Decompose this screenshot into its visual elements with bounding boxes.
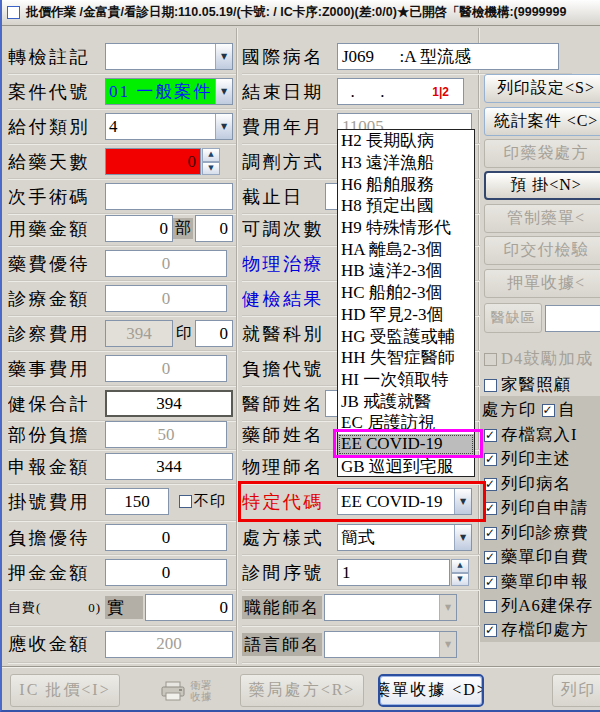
checkbox-icon[interactable]	[484, 379, 497, 392]
option-row[interactable]: ✓ 藥單印自費	[484, 546, 589, 568]
health-receipt-button: 衛署 收據	[138, 674, 234, 707]
dropdown-option[interactable]: H2 長期臥病	[338, 130, 474, 152]
rx-style-select[interactable]: 簡式 ▼	[337, 524, 472, 551]
chevron-down-icon[interactable]: ▼	[215, 44, 232, 69]
option-row[interactable]: ✓ 列印自申請	[484, 497, 589, 519]
copay-discount-input[interactable]: 0	[105, 524, 227, 551]
option-row[interactable]: ✓ 列印病名	[484, 473, 571, 495]
nhi-total-input[interactable]: 394	[105, 390, 233, 417]
checkbox-icon[interactable]: ✓	[484, 624, 497, 637]
icd-name-input[interactable]: J069 :A 型流感	[337, 43, 559, 70]
st-name-select[interactable]: ▼	[324, 631, 457, 658]
dropdown-option[interactable]: H8 預定出國	[338, 195, 474, 217]
row-transfer-note: 轉檢註記 ▼	[8, 40, 236, 74]
med-amount-copay-input[interactable]: 0	[195, 215, 233, 242]
dropdown-option[interactable]: HC 船舶2-3個	[338, 282, 474, 304]
case-code-select[interactable]: 01 一般案件 ▼	[105, 78, 233, 105]
dropdown-option[interactable]: HH 失智症醫師	[338, 347, 474, 369]
claim-amount-input[interactable]: 344	[105, 453, 233, 480]
health-receipt-line1: 衛署	[191, 680, 212, 691]
pharmacy-fee-input[interactable]: 0	[105, 355, 227, 382]
field-label: 職能師名	[242, 596, 322, 619]
registration-fee-input[interactable]: 150	[105, 488, 169, 515]
dropdown-option[interactable]: H3 遠洋漁船	[338, 152, 474, 174]
med-shortage-input[interactable]	[545, 305, 600, 332]
payment-type-select[interactable]: 4 ▼	[105, 113, 233, 140]
deposit-amount-input[interactable]: 0	[105, 559, 227, 586]
med-discount-input[interactable]: 0	[105, 250, 227, 277]
receivable-input[interactable]: 200	[105, 631, 233, 658]
dropdown-option[interactable]: HI 一次領取特	[338, 369, 474, 391]
row-claim-amount: 申報金額 344	[8, 450, 236, 484]
option-row[interactable]: ✓ 存檔印處方	[484, 619, 589, 641]
option-row[interactable]: ✓ 藥單印申報	[484, 571, 589, 593]
checkbox-icon[interactable]: ✓	[484, 576, 497, 589]
field-label: 轉檢註記	[8, 45, 105, 69]
chevron-down-icon[interactable]: ▼	[454, 525, 471, 550]
row-pharmacy-fee: 藥事費用 0	[8, 352, 236, 386]
row-rx-style: 處方樣式 簡式 ▼	[242, 521, 480, 555]
row-treatment-amount: 診療金額 0	[8, 282, 236, 316]
copay-sub-label: 部	[173, 218, 193, 239]
dropdown-option[interactable]: HD 罕見2-3個	[338, 304, 474, 326]
option-row[interactable]: 列A6建保存	[484, 595, 593, 617]
dropdown-option[interactable]: GB 巡迴到宅服	[338, 455, 474, 477]
field-label: 給付類別	[8, 115, 105, 139]
statistics-case-button[interactable]: 統計案件 <C>	[484, 107, 600, 136]
clinic-seq-input[interactable]: 1	[337, 559, 450, 586]
dropdown-option[interactable]: HB 遠洋2-3個	[338, 260, 474, 282]
chevron-down-icon[interactable]: ▼	[215, 114, 232, 139]
physical-therapy-link[interactable]: 物理治療	[242, 252, 337, 276]
secondary-op-code-input[interactable]	[105, 183, 233, 210]
med-amount-input[interactable]: 0	[105, 215, 173, 242]
self-pay-label: 自費(	[8, 599, 68, 617]
exam-fee-input[interactable]: 394	[105, 320, 173, 347]
dropdown-option[interactable]: JB 戒護就醫	[338, 390, 474, 412]
med-days-stepper[interactable]: ▲▼	[202, 148, 220, 175]
print-settings-button[interactable]: 列印設定<S>	[484, 74, 600, 103]
end-date-input[interactable]: . . 1|2	[337, 78, 464, 105]
self-pay-input[interactable]: 0	[145, 594, 233, 621]
field-label: 診察費用	[8, 322, 105, 346]
field-label: 次手術碼	[8, 185, 105, 209]
transfer-note-select[interactable]: ▼	[105, 43, 233, 70]
row-copayment: 部份負擔 50	[8, 420, 236, 450]
checkbox-icon[interactable]: ✓	[484, 527, 497, 540]
rx-print-row[interactable]: 處方印 ✓ 自	[482, 399, 576, 421]
dropdown-option[interactable]: H6 船舶服務	[338, 173, 474, 195]
row-secondary-op-code: 次手術碼	[8, 180, 236, 214]
ot-name-select[interactable]: ▼	[324, 594, 457, 621]
checkbox-icon[interactable]: ✓	[542, 404, 555, 417]
health-check-link[interactable]: 健檢結果	[242, 287, 337, 311]
deposit-receipt-button: 押單收據<	[484, 269, 600, 298]
pre-register-button[interactable]: 預 掛<N>	[484, 171, 600, 200]
field-label: 給藥天數	[8, 150, 105, 174]
field-label: 藥事費用	[8, 357, 105, 381]
med-days-input[interactable]: 0	[105, 148, 201, 175]
chevron-down-icon[interactable]: ▼	[215, 79, 232, 104]
row-nhi-total: 健保合計 394	[8, 387, 236, 421]
checkbox-icon[interactable]: ✓	[484, 551, 497, 564]
field-label: 截止日	[242, 185, 325, 209]
option-row[interactable]: ✓ 列印診療費	[484, 522, 589, 544]
copayment-input[interactable]: 50	[105, 421, 227, 448]
title-bar[interactable]: 批價作業 /金富貴/看診日期:110.05.19/(卡號: / IC卡序:Z00…	[2, 0, 600, 26]
dropdown-option[interactable]: HG 受監護或輔	[338, 325, 474, 347]
option-row[interactable]: ✓ 存檔寫入I	[484, 424, 578, 446]
checkbox-label: 列印主述	[501, 448, 571, 470]
med-shortage-button: 醫缺區	[484, 303, 542, 333]
family-doctor-checkbox-row[interactable]: 家醫照顧	[484, 374, 571, 396]
med-receipt-button[interactable]: 藥單收據 <D>	[378, 674, 484, 707]
clinic-seq-stepper[interactable]: ▲▼	[451, 559, 469, 586]
checkbox-icon[interactable]: ✓	[484, 429, 497, 442]
row-case-code: 案件代號 01 一般案件 ▼	[8, 75, 236, 109]
dropdown-option[interactable]: H9 特殊情形代	[338, 217, 474, 239]
checkbox-icon[interactable]	[484, 600, 497, 613]
exam-fee-print-input[interactable]: 0	[195, 320, 233, 347]
checkbox-icon[interactable]: ✓	[484, 453, 497, 466]
print-medbag-rx-button: 印藥袋處方	[484, 139, 600, 168]
option-row[interactable]: ✓ 列印主述	[484, 448, 571, 470]
dropdown-option[interactable]: HA 離島2-3個	[338, 238, 474, 260]
treatment-amount-input[interactable]: 0	[105, 285, 227, 312]
no-print-checkbox[interactable]	[179, 495, 192, 508]
